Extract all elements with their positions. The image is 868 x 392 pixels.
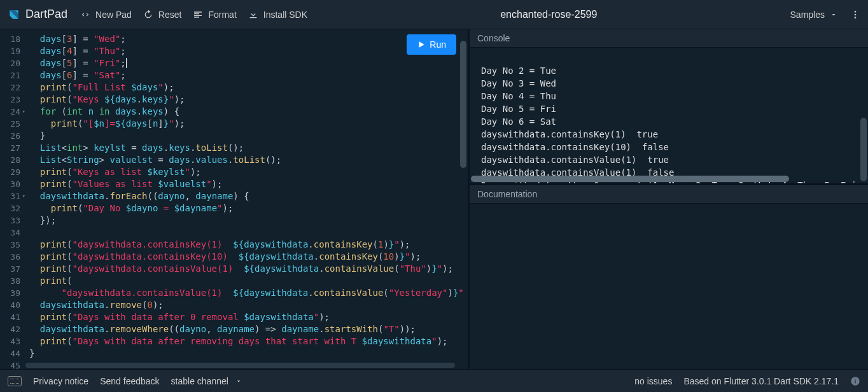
svg-point-4 bbox=[855, 17, 857, 18]
chevron-down-icon bbox=[830, 11, 837, 18]
right-pane: Console Day No 2 = TueDay No 3 = WedDay … bbox=[470, 29, 868, 369]
samples-menu[interactable]: Samples bbox=[790, 10, 837, 20]
code-line[interactable]: print("Full List $days"); bbox=[29, 81, 468, 94]
new-pad-button[interactable]: New Pad bbox=[80, 10, 132, 20]
line-number: 22 bbox=[0, 81, 20, 94]
code-line[interactable]: days[6] = "Sat"; bbox=[29, 69, 468, 81]
line-number: 38 bbox=[0, 275, 20, 287]
format-button[interactable]: Format bbox=[193, 10, 236, 20]
code-icon bbox=[80, 10, 90, 20]
code-line[interactable]: } bbox=[29, 130, 468, 142]
line-number: 37 bbox=[0, 263, 20, 275]
console-line: Day No 2 = Tue bbox=[481, 64, 857, 77]
privacy-link[interactable]: Privacy notice bbox=[33, 376, 88, 386]
line-number: 32 bbox=[0, 202, 20, 214]
code-editor[interactable]: days[3] = "Wed"; days[4] = "Thu"; days[5… bbox=[25, 29, 468, 369]
code-line[interactable]: print("Days with data after 0 removal $d… bbox=[29, 311, 468, 323]
line-number: 24 bbox=[0, 106, 20, 118]
code-line[interactable]: print( bbox=[29, 275, 468, 287]
line-number: 33 bbox=[0, 214, 20, 227]
console-line: Day No 3 = Wed bbox=[481, 77, 857, 90]
console-horizontal-scrollbar[interactable] bbox=[471, 176, 789, 182]
line-number: 18 bbox=[0, 33, 20, 45]
dart-logo-icon bbox=[8, 8, 20, 21]
code-line[interactable]: print("[$n]=${days[n]}"); bbox=[29, 118, 468, 130]
overflow-menu[interactable] bbox=[850, 10, 860, 20]
line-number: 19 bbox=[0, 45, 20, 57]
code-line[interactable]: print("dayswithdata.containsKey(10) ${da… bbox=[29, 251, 468, 263]
line-number: 42 bbox=[0, 323, 20, 335]
code-line[interactable]: print("Keys ${days.keys}"); bbox=[29, 94, 468, 106]
line-number: 29 bbox=[0, 166, 20, 178]
channel-select[interactable]: stable channel bbox=[171, 376, 242, 386]
svg-point-2 bbox=[855, 11, 857, 13]
line-number: 21 bbox=[0, 69, 20, 81]
code-line[interactable]: days[3] = "Wed"; bbox=[29, 33, 468, 45]
gutter: 1819202122232425262728293031323334353637… bbox=[0, 29, 25, 369]
code-line[interactable]: days[5] = "Fri"; bbox=[29, 57, 468, 69]
issues-status[interactable]: no issues bbox=[634, 376, 672, 386]
reset-button[interactable]: Reset bbox=[143, 10, 182, 20]
chevron-down-icon bbox=[235, 377, 242, 385]
run-button[interactable]: Run bbox=[407, 34, 456, 55]
line-number: 43 bbox=[0, 335, 20, 347]
code-line[interactable]: List<int> keylst = days.keys.toList(); bbox=[29, 142, 468, 154]
feedback-link[interactable]: Send feedback bbox=[100, 376, 159, 386]
console-header: Console bbox=[470, 29, 868, 48]
format-icon bbox=[193, 10, 203, 20]
line-number: 41 bbox=[0, 311, 20, 323]
line-number: 36 bbox=[0, 251, 20, 263]
code-line[interactable]: print("Day No $dayno = $dayname"); bbox=[29, 202, 468, 214]
editor-horizontal-scrollbar[interactable] bbox=[25, 363, 455, 368]
line-number: 20 bbox=[0, 57, 20, 69]
svg-point-3 bbox=[855, 13, 857, 15]
toolbar: New Pad Reset Format Install SDK bbox=[80, 10, 307, 20]
project-name[interactable]: enchanted-rose-2599 bbox=[307, 9, 790, 20]
line-number: 40 bbox=[0, 299, 20, 311]
code-line[interactable]: "dayswithdata.containsValue(1) ${dayswit… bbox=[29, 287, 468, 299]
line-number: 44 bbox=[0, 347, 20, 360]
play-icon bbox=[417, 40, 426, 49]
line-number: 23 bbox=[0, 94, 20, 106]
line-number: 35 bbox=[0, 239, 20, 251]
svg-rect-7 bbox=[855, 379, 855, 379]
console-line: Day No 4 = Thu bbox=[481, 90, 857, 102]
code-line[interactable]: for (int n in days.keys) { bbox=[29, 106, 468, 118]
line-number: 34 bbox=[0, 227, 20, 239]
console-vertical-scrollbar[interactable] bbox=[860, 118, 867, 181]
code-line[interactable]: }); bbox=[29, 214, 468, 227]
keyboard-icon[interactable] bbox=[8, 376, 22, 386]
code-line[interactable]: days[4] = "Thu"; bbox=[29, 45, 468, 57]
header-bar: DartPad New Pad Reset Format Install SDK… bbox=[0, 0, 868, 29]
console-output[interactable]: Day No 2 = TueDay No 3 = WedDay No 4 = T… bbox=[470, 48, 868, 185]
line-number: 30 bbox=[0, 178, 20, 190]
app-name: DartPad bbox=[25, 8, 67, 21]
code-line[interactable]: print("Values as list $valuelst"); bbox=[29, 178, 468, 190]
documentation-header: Documentation bbox=[470, 185, 868, 204]
line-number: 45 bbox=[0, 360, 20, 372]
code-line[interactable]: print("Keys as list $keylst"); bbox=[29, 166, 468, 178]
editor-vertical-scrollbar[interactable] bbox=[460, 41, 466, 168]
svg-rect-6 bbox=[855, 380, 855, 383]
sdk-version: Based on Flutter 3.0.1 Dart SDK 2.17.1 bbox=[683, 376, 839, 386]
code-line[interactable]: print("Days with data after removing day… bbox=[29, 335, 468, 347]
install-sdk-button[interactable]: Install SDK bbox=[248, 10, 307, 20]
code-line[interactable]: dayswithdata.remove(0); bbox=[29, 299, 468, 311]
code-line[interactable]: dayswithdata.forEach((dayno, dayname) { bbox=[29, 190, 468, 202]
main-area: 1819202122232425262728293031323334353637… bbox=[0, 29, 868, 369]
console-line: dayswithdata.containsKey(1) true bbox=[481, 128, 857, 141]
console-line: dayswithdata.containsKey(10) false bbox=[481, 141, 857, 153]
code-line[interactable]: } bbox=[29, 347, 468, 360]
line-number: 28 bbox=[0, 154, 20, 166]
code-line[interactable]: dayswithdata.removeWhere((dayno, dayname… bbox=[29, 323, 468, 335]
logo[interactable]: DartPad bbox=[8, 8, 67, 21]
documentation-body bbox=[470, 204, 868, 369]
download-icon bbox=[248, 10, 258, 20]
info-icon[interactable] bbox=[850, 376, 860, 386]
line-number: 25 bbox=[0, 118, 20, 130]
code-line[interactable]: print("dayswithdata.containsKey(1) ${day… bbox=[29, 239, 468, 251]
editor-pane: 1819202122232425262728293031323334353637… bbox=[0, 29, 470, 369]
code-line[interactable]: List<String> valuelst = days.values.toLi… bbox=[29, 154, 468, 166]
code-line[interactable]: print("dayswithdata.containsValue(1) ${d… bbox=[29, 263, 468, 275]
code-line[interactable] bbox=[29, 227, 468, 239]
